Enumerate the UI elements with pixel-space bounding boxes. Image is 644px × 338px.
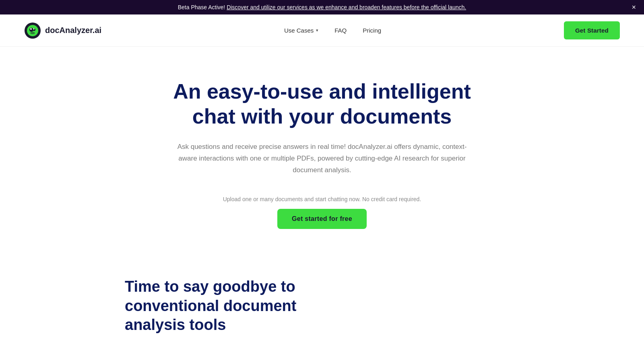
section-below: Time to say goodbye to conventional docu…	[0, 253, 644, 338]
hero-cta-text: Upload one or many documents and start c…	[165, 196, 479, 202]
nav-use-cases-label[interactable]: Use Cases	[284, 27, 314, 34]
logo[interactable]: docAnalyzer.ai	[24, 22, 101, 39]
chevron-down-icon: ▾	[316, 28, 318, 33]
banner-close-button[interactable]: ×	[632, 4, 636, 11]
navbar-get-started-button[interactable]: Get Started	[564, 21, 620, 39]
svg-point-6	[30, 32, 35, 34]
nav-faq[interactable]: FAQ	[334, 27, 347, 34]
banner-link[interactable]: Discover and utilize our services as we …	[227, 4, 466, 10]
banner-text: Beta Phase Active! Discover and utilize …	[178, 4, 466, 10]
hero-get-started-button[interactable]: Get started for free	[277, 209, 367, 229]
logo-icon	[24, 22, 41, 39]
hero-subtitle: Ask questions and receive precise answer…	[177, 141, 467, 176]
nav-pricing[interactable]: Pricing	[363, 27, 381, 34]
hero-section: An easy-to-use and intelligent chat with…	[0, 47, 644, 253]
logo-text: docAnalyzer.ai	[45, 26, 101, 35]
navbar: docAnalyzer.ai Use Cases ▾ FAQ Pricing G…	[0, 14, 644, 47]
svg-point-5	[33, 28, 35, 29]
nav-links: Use Cases ▾ FAQ Pricing	[284, 27, 381, 34]
section-title: Time to say goodbye to conventional docu…	[125, 277, 366, 335]
hero-title: An easy-to-use and intelligent chat with…	[165, 79, 479, 129]
nav-use-cases[interactable]: Use Cases ▾	[284, 27, 318, 34]
announcement-banner: Beta Phase Active! Discover and utilize …	[0, 0, 644, 14]
svg-point-4	[30, 28, 32, 30]
